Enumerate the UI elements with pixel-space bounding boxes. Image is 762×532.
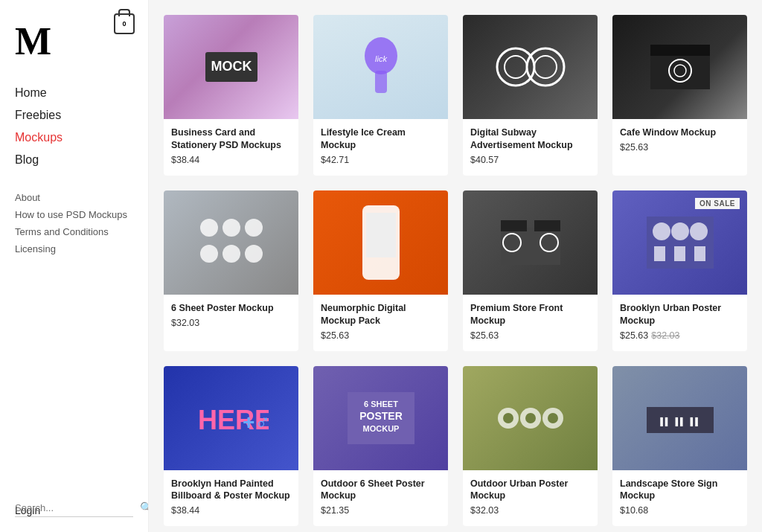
product-name-2: Digital Subway Advertisement Mockup [470,126,590,152]
svg-point-29 [690,222,708,240]
search-input[interactable] [15,502,140,513]
svg-point-15 [245,219,263,237]
product-price-current-10: $32.03 [470,505,499,516]
nav-link-terms[interactable]: Terms and Conditions [15,225,133,239]
search-bar[interactable]: 🔍 [15,501,133,517]
product-name-3: Cafe Window Mockup [620,126,740,139]
product-name-10: Outdoor Urban Poster Mockup [470,478,590,503]
nav-link-blog[interactable]: Blog [15,150,133,170]
product-card-0[interactable]: MOCKBusiness Card and Stationery PSD Moc… [164,15,298,176]
svg-point-5 [497,48,534,86]
product-card-1[interactable]: lickLifestyle Ice Cream Mockup$42.71 [313,15,448,176]
product-name-1: Lifestyle Ice Cream Mockup [321,126,441,152]
svg-point-7 [527,48,564,86]
nav-item-freebies[interactable]: Freebies [15,106,133,125]
product-card-10[interactable]: Outdoor Urban Poster Mockup$32.03 [463,366,598,527]
cart-badge: 0 [122,20,126,28]
product-price-6: $25.63 [470,330,590,341]
search-icon[interactable]: 🔍 [140,501,149,513]
product-price-current-4: $32.03 [171,318,199,328]
product-name-4: 6 Sheet Poster Mockup [171,302,291,315]
nav-item-home[interactable]: Home [15,83,133,103]
product-image-4 [164,190,298,295]
secondary-nav: About How to use PSD Mockups Terms and C… [15,190,133,259]
nav-item-how-to[interactable]: How to use PSD Mockups [15,208,133,222]
product-price-current-6: $25.63 [470,330,499,341]
svg-text:MOCK: MOCK [211,59,252,74]
nav-link-mockups[interactable]: Mockups [15,128,133,147]
product-name-6: Premium Store Front Mockup [470,302,590,327]
product-card-9[interactable]: 6 SHEETPOSTERMOCKUPOutdoor 6 Sheet Poste… [313,366,448,527]
product-card-4[interactable]: 6 Sheet Poster Mockup$32.03 [164,190,298,351]
product-price-original-7: $32.03 [651,330,679,341]
svg-rect-9 [650,52,710,89]
product-price-current-11: $10.68 [620,505,648,516]
product-card-11[interactable]: ▐▌▐▌▐▌Landscape Store Sign Mockup$10.68 [612,366,747,527]
svg-rect-32 [694,246,705,261]
nav-link-about[interactable]: About [15,190,133,205]
main-nav: Home Freebies Mockups Blog [15,83,133,173]
nav-link-home[interactable]: Home [15,83,133,103]
product-image-9: 6 SHEETPOSTERMOCKUP [313,366,448,470]
svg-point-16 [200,245,218,263]
nav-item-terms[interactable]: Terms and Conditions [15,225,133,239]
sidebar: 0 M Home Freebies Mockups Blog About How… [0,0,149,532]
product-price-current-7: $25.63 [620,330,648,341]
product-name-11: Landscape Store Sign Mockup [620,478,740,503]
svg-point-28 [671,222,689,240]
nav-link-freebies[interactable]: Freebies [15,106,133,125]
product-price-2: $40.57 [470,155,590,165]
product-price-1: $42.71 [321,155,441,165]
product-card-3[interactable]: Cafe Window Mockup$25.63 [612,15,747,176]
nav-link-licensing[interactable]: Licensing [15,242,133,256]
product-image-3 [612,15,747,119]
product-image-2 [463,15,598,119]
product-grid: MOCKBusiness Card and Stationery PSD Moc… [164,15,747,526]
svg-point-8 [534,56,557,78]
product-image-7: ON SALE [612,190,747,295]
product-image-8: HERE+♂ [164,366,298,470]
svg-text:POSTER: POSTER [359,410,403,422]
svg-point-27 [653,222,670,240]
product-price-current-2: $40.57 [470,155,499,165]
product-price-11: $10.68 [620,505,740,516]
product-image-0: MOCK [164,15,298,119]
svg-point-43 [525,413,536,423]
svg-point-14 [222,219,240,237]
svg-rect-23 [534,220,560,231]
svg-point-42 [503,413,513,423]
product-card-7[interactable]: ON SALEBrooklyn Urban Poster Mockup$25.6… [612,190,747,351]
svg-text:▐▌▐▌▐▌: ▐▌▐▌▐▌ [657,417,702,427]
product-card-8[interactable]: HERE+♂Brooklyn Hand Painted Billboard & … [164,366,298,527]
main-content: MOCKBusiness Card and Stationery PSD Moc… [149,0,762,532]
product-image-10 [463,366,598,470]
svg-point-44 [548,413,558,423]
product-card-6[interactable]: Premium Store Front Mockup$25.63 [463,190,598,351]
svg-rect-22 [501,220,527,231]
product-name-0: Business Card and Stationery PSD Mockups [171,126,291,152]
svg-rect-20 [366,213,396,257]
product-price-7: $25.63$32.03 [620,330,740,341]
product-card-5[interactable]: Neumorphic Digital Mockup Pack$25.63 [313,190,448,351]
product-price-8: $38.44 [171,505,291,516]
product-price-9: $21.35 [321,505,441,516]
svg-rect-31 [674,246,685,261]
product-price-3: $25.63 [620,142,740,153]
svg-point-18 [245,245,263,263]
nav-link-how-to[interactable]: How to use PSD Mockups [15,208,133,222]
product-card-2[interactable]: Digital Subway Advertisement Mockup$40.5… [463,15,598,176]
product-price-current-8: $38.44 [171,505,199,516]
nav-item-blog[interactable]: Blog [15,150,133,170]
svg-point-13 [200,219,218,237]
nav-item-about[interactable]: About [15,190,133,205]
nav-item-licensing[interactable]: Licensing [15,242,133,256]
product-name-5: Neumorphic Digital Mockup Pack [321,302,441,327]
product-name-7: Brooklyn Urban Poster Mockup [620,302,740,327]
svg-rect-3 [375,71,387,93]
svg-rect-10 [650,45,710,56]
nav-item-mockups[interactable]: Mockups [15,128,133,147]
product-price-current-3: $25.63 [620,142,648,153]
product-image-5 [313,190,448,295]
cart-button[interactable]: 0 [114,13,135,34]
product-price-current-5: $25.63 [321,330,349,341]
